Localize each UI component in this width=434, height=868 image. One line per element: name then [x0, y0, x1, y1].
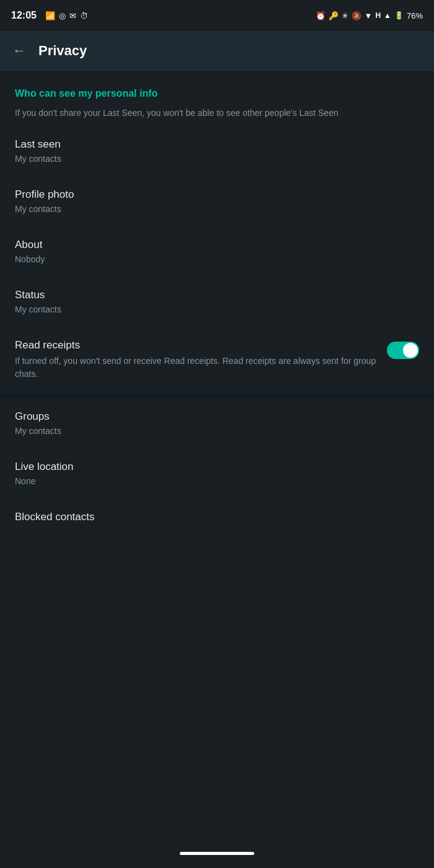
section-description: If you don't share your Last Seen, you w…: [15, 107, 419, 120]
inbox-icon: ✉: [69, 11, 76, 20]
read-receipts-toggle-container: [387, 339, 419, 359]
read-receipts-text: Read receipts If turned off, you won't s…: [15, 339, 387, 381]
key-icon: 🔑: [329, 11, 339, 20]
personal-info-section-header: Who can see my personal info If you don'…: [0, 71, 434, 126]
signal-strength-icon: ▲: [384, 11, 391, 20]
status-subtitle: My contacts: [15, 304, 419, 314]
blocked-contacts-setting[interactable]: Blocked contacts: [0, 498, 434, 539]
profile-photo-setting[interactable]: Profile photo My contacts: [0, 176, 434, 226]
read-receipts-title: Read receipts: [15, 339, 387, 352]
home-indicator: [180, 852, 254, 855]
blocked-contacts-title: Blocked contacts: [15, 511, 419, 523]
battery-percent: 76%: [407, 11, 423, 20]
groups-title: Groups: [15, 410, 419, 423]
status-setting[interactable]: Status My contacts: [0, 277, 434, 327]
groups-subtitle: My contacts: [15, 426, 419, 436]
about-title: About: [15, 239, 419, 251]
groups-text: Groups My contacts: [15, 410, 419, 436]
last-seen-setting[interactable]: Last seen My contacts: [0, 126, 434, 176]
about-subtitle: Nobody: [15, 254, 419, 264]
status-text: Status My contacts: [15, 289, 419, 314]
groups-setting[interactable]: Groups My contacts: [0, 398, 434, 448]
read-receipts-description: If turned off, you won't send or receive…: [15, 355, 387, 381]
app-bar: ← Privacy: [0, 31, 434, 71]
status-title: Status: [15, 289, 419, 301]
back-button[interactable]: ←: [12, 43, 26, 59]
live-location-text: Live location None: [15, 461, 419, 486]
last-seen-text: Last seen My contacts: [15, 138, 419, 164]
content: Who can see my personal info If you don'…: [0, 71, 434, 539]
live-location-subtitle: None: [15, 476, 419, 486]
status-icons-left: 📶 ◎ ✉ ⏱: [45, 11, 88, 20]
about-setting[interactable]: About Nobody: [0, 226, 434, 277]
signal-bars-icon: 📶: [45, 11, 55, 20]
alarm-icon: ⏰: [316, 11, 326, 20]
section-title: Who can see my personal info: [15, 88, 419, 99]
profile-photo-title: Profile photo: [15, 188, 419, 201]
timer-icon: ⏱: [80, 11, 88, 20]
profile-photo-text: Profile photo My contacts: [15, 188, 419, 214]
status-time: 12:05: [11, 10, 37, 21]
read-receipts-setting[interactable]: Read receipts If turned off, you won't s…: [0, 327, 434, 393]
read-receipts-toggle[interactable]: [387, 342, 419, 359]
bottom-bar: [0, 838, 434, 868]
wifi-icon: ▼: [365, 11, 373, 20]
circle-status-icon: ◎: [59, 11, 66, 20]
about-text: About Nobody: [15, 239, 419, 264]
blocked-contacts-text: Blocked contacts: [15, 511, 419, 526]
status-bar: 12:05 📶 ◎ ✉ ⏱ ⏰ 🔑 ✳ 🔕 ▼ H ▲ 🔋 76%: [0, 0, 434, 31]
last-seen-title: Last seen: [15, 138, 419, 151]
status-icons-right: ⏰ 🔑 ✳ 🔕 ▼ H ▲ 🔋 76%: [316, 11, 423, 20]
bluetooth-icon: ✳: [342, 11, 348, 20]
h-network-icon: H: [375, 11, 381, 20]
profile-photo-subtitle: My contacts: [15, 204, 419, 214]
page-title: Privacy: [38, 43, 87, 59]
status-bar-left: 12:05 📶 ◎ ✉ ⏱: [11, 10, 88, 21]
last-seen-subtitle: My contacts: [15, 154, 419, 164]
live-location-setting[interactable]: Live location None: [0, 448, 434, 498]
mute-icon: 🔕: [352, 11, 361, 20]
section-divider: [0, 393, 434, 398]
live-location-title: Live location: [15, 461, 419, 473]
battery-icon: 🔋: [394, 11, 404, 20]
